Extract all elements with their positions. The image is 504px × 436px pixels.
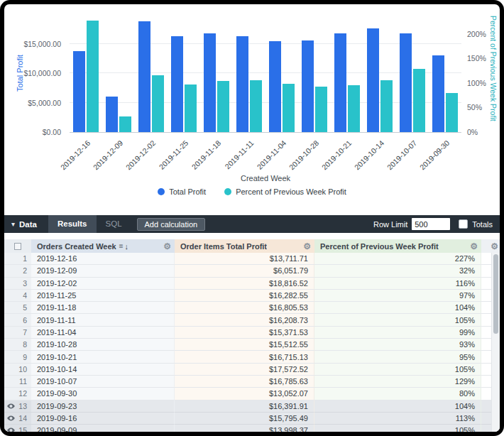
percent-previous-week-bar[interactable]	[185, 85, 197, 132]
table-row[interactable]: 142019-09-16$15,795.49113%	[4, 413, 500, 425]
row-limit-input[interactable]	[412, 218, 450, 230]
percent-previous-week-bar[interactable]	[217, 81, 229, 132]
cell-created-week[interactable]: 2019-09-16	[31, 413, 175, 425]
cell-created-week[interactable]: 2019-10-14	[31, 364, 175, 376]
table-row[interactable]: 62019-11-11$16,208.73105%	[4, 314, 500, 326]
cell-percent[interactable]: 227%	[314, 253, 481, 265]
percent-previous-week-bar[interactable]	[380, 80, 393, 132]
cell-total-profit[interactable]: $16,715.13	[175, 351, 314, 363]
percent-previous-week-bar[interactable]	[446, 93, 458, 132]
cell-total-profit[interactable]: $13,052.07	[175, 388, 314, 400]
header-total-profit[interactable]: Order Items Total Profit ⚙	[175, 239, 314, 253]
cell-created-week[interactable]: 2019-10-28	[31, 339, 175, 351]
totals-checkbox[interactable]	[459, 219, 468, 229]
cell-percent[interactable]: 104%	[314, 302, 481, 314]
table-row[interactable]: 132019-09-23$16,391.91104%	[4, 400, 500, 413]
cell-percent[interactable]: 113%	[314, 413, 481, 425]
cell-percent[interactable]: 93%	[314, 339, 481, 351]
cell-created-week[interactable]: 2019-11-04	[31, 327, 175, 339]
cell-percent[interactable]: 105%	[314, 314, 481, 326]
cell-percent[interactable]: 105%	[314, 425, 481, 432]
total-profit-bar[interactable]	[138, 21, 150, 132]
legend-item-percent[interactable]: Percent of Previous Week Profit	[224, 187, 346, 196]
cell-percent[interactable]: 80%	[314, 388, 481, 400]
table-row[interactable]: 22019-12-09$6,051.7932%	[4, 265, 500, 277]
cell-total-profit[interactable]: $13,998.37	[175, 425, 314, 432]
cell-total-profit[interactable]: $16,391.91	[175, 400, 314, 413]
table-row[interactable]: 102019-10-14$17,572.52105%	[4, 364, 500, 376]
total-profit-bar[interactable]	[73, 51, 85, 132]
cell-percent[interactable]: 97%	[314, 290, 481, 302]
table-row[interactable]: 82019-10-28$15,512.5593%	[4, 339, 500, 351]
cell-percent[interactable]: 95%	[314, 351, 481, 363]
table-row[interactable]: 122019-09-30$13,052.0780%	[4, 388, 500, 400]
cell-percent[interactable]: 104%	[314, 400, 481, 413]
header-percent-previous-week[interactable]: Percent of Previous Week Profit ⚙	[314, 239, 481, 253]
percent-previous-week-bar[interactable]	[413, 69, 425, 132]
table-row[interactable]: 112019-10-07$16,785.63129%	[4, 376, 500, 388]
percent-previous-week-bar[interactable]	[152, 75, 164, 132]
table-row[interactable]: 12019-12-16$13,711.71227%	[4, 253, 500, 265]
cell-created-week[interactable]: 2019-12-09	[31, 265, 175, 277]
scrollbar-thumb[interactable]	[493, 254, 498, 334]
total-profit-bar[interactable]	[367, 28, 379, 132]
cell-created-week[interactable]: 2019-11-11	[31, 314, 175, 326]
cell-created-week[interactable]: 2019-09-09	[31, 425, 175, 432]
table-row[interactable]: 92019-10-21$16,715.1395%	[4, 351, 500, 363]
total-profit-bar[interactable]	[334, 33, 346, 132]
cell-total-profit[interactable]: $15,795.49	[175, 413, 314, 425]
cell-created-week[interactable]: 2019-11-18	[31, 302, 175, 314]
table-row[interactable]: 32019-12-02$18,816.52116%	[4, 278, 500, 290]
cell-total-profit[interactable]: $17,572.52	[175, 364, 314, 376]
percent-previous-week-bar[interactable]	[87, 21, 99, 132]
table-row[interactable]: 72019-11-04$15,371.5399%	[4, 327, 500, 339]
legend-item-total-profit[interactable]: Total Profit	[158, 187, 206, 196]
cell-created-week[interactable]: 2019-12-16	[31, 253, 175, 265]
table-row[interactable]: 42019-11-25$16,282.5597%	[4, 290, 500, 302]
total-profit-bar[interactable]	[269, 41, 281, 132]
table-gear-icon[interactable]: ⚙	[491, 242, 498, 251]
cell-total-profit[interactable]: $16,785.63	[175, 376, 314, 388]
total-profit-bar[interactable]	[432, 55, 444, 132]
tab-results[interactable]: Results	[48, 215, 97, 233]
cell-total-profit[interactable]: $6,051.79	[175, 265, 314, 277]
vertical-scrollbar[interactable]	[491, 253, 500, 432]
cell-total-profit[interactable]: $16,282.55	[175, 290, 314, 302]
table-row[interactable]: 52019-11-18$16,805.53104%	[4, 302, 500, 314]
total-profit-bar[interactable]	[204, 33, 216, 132]
cell-created-week[interactable]: 2019-11-25	[31, 290, 175, 302]
collapse-caret-icon[interactable]: ▾	[11, 220, 15, 228]
header-orders-created-week[interactable]: Orders Created Week ≡ ↓ ⚙	[31, 239, 175, 253]
column-gear-icon[interactable]: ⚙	[303, 242, 311, 251]
cell-total-profit[interactable]: $15,512.55	[175, 339, 314, 351]
percent-previous-week-bar[interactable]	[250, 80, 262, 132]
total-profit-bar[interactable]	[171, 36, 183, 132]
cell-total-profit[interactable]: $13,711.71	[175, 253, 314, 265]
cell-percent[interactable]: 129%	[314, 376, 481, 388]
total-profit-bar[interactable]	[302, 40, 314, 132]
column-gear-icon[interactable]: ⚙	[163, 242, 171, 251]
percent-previous-week-bar[interactable]	[315, 87, 327, 132]
data-section-label[interactable]: Data	[19, 220, 37, 229]
column-gear-icon[interactable]: ⚙	[470, 242, 478, 251]
percent-previous-week-bar[interactable]	[348, 85, 360, 132]
percent-previous-week-bar[interactable]	[283, 84, 295, 132]
cell-created-week[interactable]: 2019-12-02	[31, 278, 175, 290]
cell-created-week[interactable]: 2019-09-30	[31, 388, 175, 400]
cell-total-profit[interactable]: $16,208.73	[175, 314, 314, 326]
cell-percent[interactable]: 116%	[314, 278, 481, 290]
cell-created-week[interactable]: 2019-10-21	[31, 351, 175, 363]
cell-percent[interactable]: 99%	[314, 327, 481, 339]
total-profit-bar[interactable]	[400, 33, 412, 132]
cell-created-week[interactable]: 2019-09-23	[31, 400, 175, 413]
percent-previous-week-bar[interactable]	[119, 116, 131, 132]
cell-total-profit[interactable]: $16,805.53	[175, 302, 314, 314]
cell-percent[interactable]: 32%	[314, 265, 481, 277]
total-profit-bar[interactable]	[236, 36, 248, 132]
cell-created-week[interactable]: 2019-10-07	[31, 376, 175, 388]
add-calculation-button[interactable]: Add calculation	[137, 218, 206, 231]
cell-percent[interactable]: 105%	[314, 364, 481, 376]
table-row[interactable]: 152019-09-09$13,998.37105%	[4, 425, 500, 432]
cell-total-profit[interactable]: $18,816.52	[175, 278, 314, 290]
tab-sql[interactable]: SQL	[97, 215, 131, 233]
